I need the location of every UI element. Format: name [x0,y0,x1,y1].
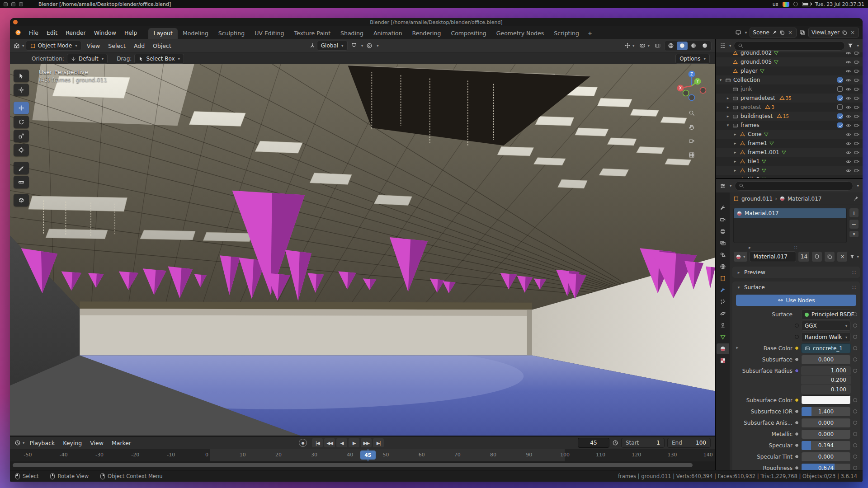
caret-down-icon[interactable]: ▾ [729,43,731,48]
props-tab-view-layer[interactable] [717,238,729,249]
props-tab-tool[interactable] [717,202,729,213]
outliner-row-frame1[interactable]: ▸frame1 [716,139,863,148]
resize-handle[interactable]: ∷ [794,245,798,250]
properties-search-input[interactable] [735,181,854,191]
snap-options-caret[interactable]: ▾ [361,43,363,48]
editor-type-icon[interactable] [720,42,726,49]
outliner-row-player[interactable]: player [716,66,863,75]
menu-file[interactable]: File [25,28,42,38]
tab-scripting[interactable]: Scripting [549,28,584,39]
camera-icon[interactable] [854,77,860,83]
menu-window[interactable]: Window [90,28,120,38]
outliner-row-buildingtest[interactable]: ▸buildingtest15 [716,112,863,121]
overlays-toggle[interactable]: ▾ [637,41,651,51]
close-icon[interactable]: × [787,29,793,36]
collapse-icon[interactable]: ▾ [725,123,731,127]
decorator-dot[interactable] [853,312,857,316]
eye-icon[interactable] [845,68,851,74]
clock-icon[interactable] [612,440,618,446]
props-tab-constraints[interactable] [717,320,729,331]
decorator-dot[interactable] [853,421,857,425]
props-tab-scene[interactable] [717,249,729,260]
collection-checkbox[interactable] [837,77,843,83]
app-indicator-icon[interactable] [783,2,789,7]
system-clock[interactable]: Tue, 23 Jul 20:37:31 [815,1,864,7]
jump-to-start-button[interactable]: |◀ [312,438,323,447]
collection-checkbox[interactable] [837,95,843,101]
props-tab-modifiers[interactable] [717,285,729,296]
outliner-row-tile2[interactable]: ▸tile2 [716,166,863,175]
expand-icon[interactable]: ▸ [749,245,752,250]
camera-icon[interactable] [854,177,860,178]
props-tab-output[interactable] [717,226,729,237]
material-name-field[interactable]: Material.017 [750,251,797,262]
slider-metallic[interactable]: 0.000 [801,429,851,439]
enum-random-walk[interactable]: Random Walk▾ [801,332,851,342]
caret-down-icon[interactable]: ▾ [22,43,24,48]
props-tab-physics[interactable] [717,308,729,319]
window-indicator-icon[interactable] [19,2,23,6]
collection-checkbox[interactable] [837,86,843,92]
navigation-gizmo[interactable]: Z X Y [673,67,711,105]
timeline-menu-marker[interactable]: Marker [108,438,135,448]
timeline-scrollbar[interactable] [10,461,715,470]
outliner-row-tile3[interactable]: ▸tile3 [716,175,863,178]
eye-icon[interactable] [845,104,851,110]
breadcrumb-object[interactable]: ground.011 [741,196,773,202]
decorator-dot[interactable] [853,324,857,328]
proportional-editing-toggle[interactable] [364,41,374,51]
eye-icon[interactable] [845,86,851,92]
ortho-toggle-button[interactable] [686,149,698,161]
decorator-dot[interactable] [853,409,857,413]
eye-icon[interactable] [845,122,851,128]
shading-wireframe-button[interactable] [665,42,676,50]
tool-cursor[interactable] [14,84,29,96]
eye-icon[interactable] [845,159,851,164]
outliner-row-premadetest[interactable]: ▸premadetest35 [716,94,863,103]
copy-icon[interactable] [842,30,847,35]
unlink-button[interactable]: × [837,251,848,262]
slider-specular-tint[interactable]: 0.000 [801,452,851,462]
number-field[interactable]: 0.200 [801,375,851,385]
camera-icon[interactable] [854,50,860,56]
expand-icon[interactable]: ▸ [725,105,731,109]
props-tab-world[interactable] [717,261,729,272]
expand-icon[interactable]: ▸ [732,168,738,173]
eye-icon[interactable] [845,77,851,83]
collection-checkbox[interactable] [837,122,843,128]
prev-keyframe-button[interactable]: ◀◀ [324,438,335,447]
outliner-row-cone[interactable]: ▸Cone [716,130,863,139]
drag-handle-icon[interactable]: ∷ [852,269,856,276]
eye-icon[interactable] [845,150,851,155]
eye-icon[interactable] [845,50,851,56]
tab-animation[interactable]: Animation [368,28,407,39]
tab-sculpting[interactable]: Sculpting [213,28,250,39]
new-material-button[interactable] [824,251,835,262]
timeline-menu-keying[interactable]: Keying [59,438,86,448]
tab-texture-paint[interactable]: Texture Paint [289,28,335,39]
slider-subsurface-anis-[interactable]: 0.000 [801,418,851,428]
eye-icon[interactable] [845,177,851,178]
close-icon[interactable]: × [849,29,856,36]
slider-roughness[interactable]: 0.674 [801,463,851,470]
color-swatch[interactable] [801,395,851,404]
pan-button[interactable] [686,121,698,133]
editor-type-icon[interactable] [720,183,726,189]
shading-solid-button[interactable] [677,42,688,50]
camera-icon[interactable] [854,159,860,164]
camera-icon[interactable] [854,141,860,146]
orientation-default-dropdown[interactable]: Default▾ [67,54,108,64]
browse-material-button[interactable]: ▾ [733,251,748,262]
snap-toggle[interactable] [349,41,359,51]
camera-icon[interactable] [854,104,860,110]
end-frame-field[interactable]: End100 [667,438,711,448]
battery-icon[interactable] [802,2,811,6]
jump-to-end-button[interactable]: ▶| [373,438,384,447]
outliner-row-geotest[interactable]: ▸geotest3 [716,103,863,112]
tool-measure[interactable] [14,176,29,188]
collapse-icon[interactable]: ▾ [718,78,723,82]
tool-rotate[interactable] [14,116,29,128]
expand-icon[interactable]: ▸ [735,343,740,350]
slider-subsurface-ior[interactable]: 1.400 [801,407,851,417]
expand-icon[interactable]: ▸ [732,150,738,155]
